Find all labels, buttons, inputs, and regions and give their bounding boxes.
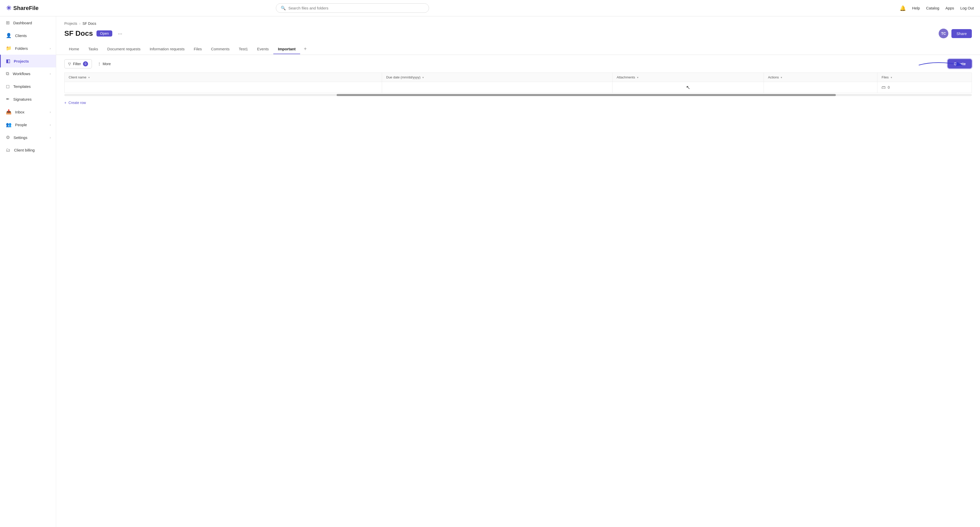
search-input[interactable] [288,6,424,10]
tab-events[interactable]: Events [252,44,273,54]
tab-important[interactable]: Important [273,44,300,54]
breadcrumb-current: SF Docs [83,21,96,26]
sidebar-label-workflows: Workflows [13,72,30,76]
tab-home[interactable]: Home [64,44,84,54]
sidebar-item-signatures[interactable]: ✒Signatures [0,93,56,105]
cursor-indicator: ↖ [686,84,690,90]
tab-add-button[interactable]: + [300,43,310,55]
tab-comments[interactable]: Comments [207,44,234,54]
sort-icon-client-name: ▾ [88,76,90,79]
help-link[interactable]: Help [912,6,920,10]
file-icon: 🗃 [881,85,886,89]
main-layout: ⊞Dashboard👤Clients📁Folders›◧Projects⧉Wor… [0,16,980,527]
chevron-icon-settings: › [50,136,51,139]
sort-icon-due-date: ▾ [422,76,424,79]
files-count: 0 [888,85,890,89]
folders-icon: 📁 [6,45,11,51]
sidebar-item-settings[interactable]: ⚙Settings› [0,131,56,144]
plus-icon: + [64,101,66,105]
more-options-toolbar-button[interactable]: ⋮ More [95,60,113,68]
table-row: ↖ 🗃 0 [65,82,972,93]
chevron-icon-inbox: › [50,110,51,114]
logo[interactable]: ✳ ShareFile [6,5,38,12]
sidebar-item-inbox[interactable]: 📥Inbox› [0,105,56,118]
sidebar-item-clients[interactable]: 👤Clients [0,29,56,42]
tab-information-requests[interactable]: Information requests [145,44,189,54]
sidebar-label-signatures: Signatures [13,97,32,101]
tab-tasks[interactable]: Tasks [84,44,103,54]
toolbar: ▽ Filter 0 ⋮ More Create [56,55,980,73]
logout-link[interactable]: Log Out [960,6,974,10]
apps-link[interactable]: Apps [945,6,954,10]
filter-icon: ▽ [68,62,71,66]
search-icon: 🔍 [281,6,286,11]
clients-icon: 👤 [6,33,11,38]
more-options-button[interactable]: ··· [116,30,124,38]
tab-test1[interactable]: Test1 [234,44,252,54]
top-navigation: ✳ ShareFile 🔍 🔔 Help Catalog Apps Log Ou… [0,0,980,16]
col-files[interactable]: Files ▾ [877,73,972,82]
page-title: SF Docs [64,29,93,38]
table-header: Client name ▾ Due date (mm/dd/yyyy) ▾ At… [65,73,972,82]
templates-icon: ◻ [6,83,10,89]
sidebar-label-people: People [15,123,27,127]
more-label: More [103,62,111,66]
filter-button[interactable]: ▽ Filter 0 [64,59,92,69]
create-row-button[interactable]: + Create row [56,97,980,108]
sidebar-item-people[interactable]: 👥People› [0,118,56,131]
sidebar-item-workflows[interactable]: ⧉Workflows› [0,67,56,80]
chevron-icon-workflows: › [50,72,51,76]
sidebar-label-inbox: Inbox [15,110,24,114]
breadcrumb-parent[interactable]: Projects [64,21,77,26]
tab-document-requests[interactable]: Document requests [103,44,145,54]
sidebar-label-folders: Folders [15,46,28,51]
breadcrumb: Projects › SF Docs [56,16,980,26]
sidebar-item-templates[interactable]: ◻Templates [0,80,56,93]
files-cell: 🗃 0 [881,85,967,89]
table-header-row: Client name ▾ Due date (mm/dd/yyyy) ▾ At… [65,73,972,82]
notification-bell-icon[interactable]: 🔔 [900,5,906,11]
sort-icon-attachments: ▾ [637,76,638,79]
scroll-thumb [337,94,836,96]
cell-attachments: ↖ [612,82,764,93]
create-button[interactable]: Create [948,59,972,69]
col-client-name[interactable]: Client name ▾ [65,73,382,82]
workflows-icon: ⧉ [6,71,9,77]
logo-icon: ✳ [6,5,11,12]
search-bar[interactable]: 🔍 [276,3,429,13]
data-table: Client name ▾ Due date (mm/dd/yyyy) ▾ At… [64,73,972,93]
sidebar-item-folders[interactable]: 📁Folders› [0,42,56,55]
create-row-label: Create row [68,101,86,105]
tab-files[interactable]: Files [189,44,207,54]
filter-label: Filter [73,62,81,66]
filter-count-badge: 0 [83,61,88,66]
col-actions[interactable]: Actions ▾ [764,73,877,82]
sidebar-label-clients: Clients [15,34,27,38]
main-content: Projects › SF Docs SF Docs Open ··· TC S… [56,16,980,527]
table-container: Client name ▾ Due date (mm/dd/yyyy) ▾ At… [56,73,980,93]
col-actions-label: Actions [768,75,779,79]
sidebar: ⊞Dashboard👤Clients📁Folders›◧Projects⧉Wor… [0,16,56,527]
sidebar-item-client-billing[interactable]: 🗂Client billing [0,144,56,157]
projects-icon: ◧ [6,58,10,64]
sidebar-item-projects[interactable]: ◧Projects [0,55,56,67]
sidebar-label-projects: Projects [14,59,29,63]
cell-files: 🗃 0 [877,82,972,93]
chevron-icon-folders: › [50,46,51,50]
header-actions: TC Share [939,29,972,38]
share-button[interactable]: Share [951,29,972,38]
horizontal-scrollbar[interactable] [64,94,972,96]
col-due-date[interactable]: Due date (mm/dd/yyyy) ▾ [382,73,612,82]
col-attachments[interactable]: Attachments ▾ [612,73,764,82]
cell-due-date [382,82,612,93]
client-billing-icon: 🗂 [6,147,11,153]
avatar: TC [939,29,948,38]
settings-icon: ⚙ [6,135,10,140]
sidebar-item-dashboard[interactable]: ⊞Dashboard [0,16,56,29]
col-client-name-label: Client name [68,75,86,79]
tabs-bar: HomeTasksDocument requestsInformation re… [56,38,980,55]
table-body: ↖ 🗃 0 [65,82,972,93]
catalog-link[interactable]: Catalog [926,6,939,10]
breadcrumb-separator: › [80,21,81,26]
app-name: ShareFile [13,5,38,11]
